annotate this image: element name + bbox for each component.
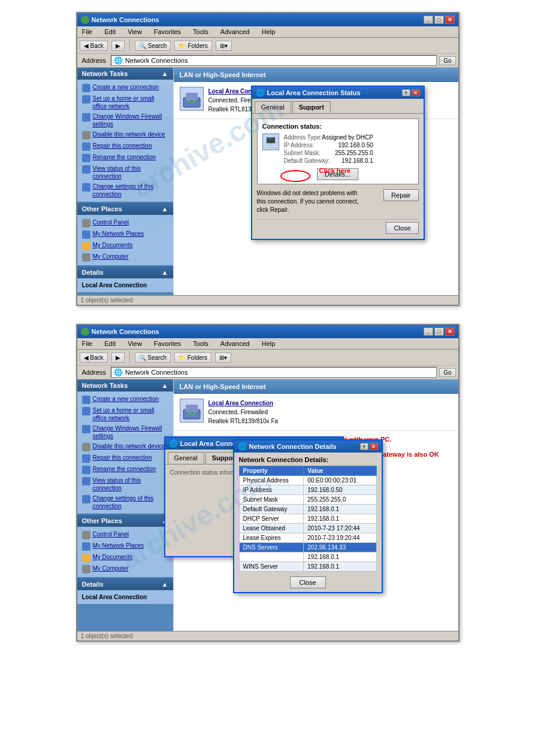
sidebar-link-my-documents-2[interactable]: My Documents (77, 552, 173, 563)
network-tasks-header: Network Tasks ▲ (77, 68, 173, 80)
menu-file[interactable]: File (80, 28, 95, 36)
sidebar-link-rename[interactable]: Rename the connection (77, 152, 173, 163)
collapse-icon-4[interactable]: ▲ (162, 382, 168, 389)
menu-view-2[interactable]: View (125, 339, 144, 348)
menu-favorites[interactable]: Favorites (152, 28, 183, 36)
repair-button[interactable]: Repair (383, 189, 418, 201)
menu-advanced-2[interactable]: Advanced (218, 339, 252, 348)
table-row[interactable]: WINS Server 192.168.0.1 (239, 562, 376, 572)
sidebar-2: Network Tasks ▲ Create a new connection … (77, 379, 173, 631)
table-row[interactable]: Physical Address 00:E0:00:00:23:01 (239, 476, 376, 485)
sidebar-link-control-panel[interactable]: Control Panel (77, 217, 173, 229)
menu-tools-2[interactable]: Tools (191, 339, 211, 348)
dialog-titlebar-1: 🌐 Local Area Connection Status ? ✕ (252, 87, 424, 99)
table-row[interactable]: Lease Expires 2010-7-23 19:20:44 (239, 533, 376, 543)
dialog-help-button[interactable]: ? (402, 89, 410, 96)
table-row[interactable]: Default Gateway 192.168.0.1 (239, 505, 376, 514)
network-item-2[interactable]: Local Area Connection Connected, Firewal… (174, 394, 458, 431)
sidebar-link-rename-2[interactable]: Rename the connection (77, 464, 173, 475)
network-name-2[interactable]: Local Area Connection (208, 399, 279, 408)
sidebar-link-disable[interactable]: Disable this network device (77, 129, 173, 141)
rename-icon-2 (82, 466, 90, 474)
view-button[interactable]: ⊞▾ (216, 41, 232, 51)
sidebar-link-setup-2[interactable]: Set up a home or small office network (77, 405, 173, 423)
folders-button[interactable]: 📁 Folders (174, 41, 211, 51)
menu-favorites-2[interactable]: Favorites (152, 339, 183, 348)
go-button[interactable]: Go (439, 56, 455, 65)
sidebar-link-repair[interactable]: Repair this connection (77, 141, 173, 152)
close-details-button[interactable]: Close (290, 576, 326, 588)
sidebar-link-my-computer-2[interactable]: My Computer (77, 563, 173, 575)
search-button-2[interactable]: 🔍 Search (135, 353, 171, 363)
statusbar-text-1: 1 object(s) selected (81, 297, 133, 303)
folders-button-2[interactable]: 📁 Folders (174, 353, 211, 363)
sidebar-link-my-documents[interactable]: My Documents (77, 240, 173, 251)
details-section-2: Details ▲ Local Area Connection (77, 578, 173, 604)
sidebar-link-setup[interactable]: Set up a home or small office network (77, 93, 173, 111)
minimize-button[interactable]: _ (424, 16, 433, 24)
go-button-2[interactable]: Go (439, 368, 455, 377)
forward-button-2[interactable]: ▶ (111, 353, 125, 363)
view-button-2[interactable]: ⊞▾ (215, 353, 231, 363)
close-button[interactable]: ✕ (445, 16, 455, 24)
val-dns2: 192.168.0.1 (304, 552, 376, 562)
close-button-1[interactable]: Close (386, 222, 418, 234)
tab-support-1[interactable]: Support (292, 101, 331, 113)
statusbar-2: 1 object(s) selected (77, 631, 458, 640)
close-button-2[interactable]: ✕ (445, 327, 455, 336)
collapse-icon-6[interactable]: ▲ (162, 581, 168, 588)
sidebar-link-repair-2[interactable]: Repair this connection (77, 453, 173, 464)
svg-rect-3 (193, 100, 195, 102)
details-close-button[interactable]: ✕ (370, 443, 378, 450)
tab-general-1[interactable]: General (255, 101, 291, 113)
menu-edit[interactable]: Edit (102, 28, 118, 36)
sidebar-link-firewall-2[interactable]: Change Windows Firewall settings (77, 423, 173, 441)
sidebar-link-change-settings[interactable]: Change settings of this connection (77, 181, 173, 199)
menu-view[interactable]: View (125, 28, 144, 36)
table-row[interactable]: DHCP Server 192.168.0.1 (239, 514, 376, 524)
sidebar-link-view-status-2[interactable]: View status of this connection (77, 475, 173, 493)
details-help-button[interactable]: ? (360, 443, 368, 450)
sidebar-link-my-computer[interactable]: My Computer (77, 251, 173, 263)
search-button[interactable]: 🔍 Search (135, 41, 171, 51)
sidebar-link-create-2[interactable]: Create a new connection (77, 394, 173, 405)
sidebar-link-create[interactable]: Create a new connection (77, 82, 173, 93)
menu-advanced[interactable]: Advanced (218, 28, 252, 36)
table-row-selected[interactable]: DNS Servers 202.96.134.33 (239, 543, 376, 552)
forward-button[interactable]: ▶ (111, 41, 125, 51)
sidebar-link-my-network[interactable]: My Network Places (77, 229, 173, 240)
table-row[interactable]: IP Address 192.168.0.50 (239, 485, 376, 495)
menu-help[interactable]: Help (259, 28, 278, 36)
sidebar-link-my-network-2[interactable]: My Network Places (77, 541, 173, 552)
sidebar-link-change-settings-2[interactable]: Change settings of this connection (77, 493, 173, 511)
network-adapter-icon-2 (180, 399, 204, 423)
maximize-button[interactable]: □ (434, 16, 444, 24)
tab-general-2[interactable]: General (168, 452, 204, 464)
sidebar-link-disable-2[interactable]: Disable this network device (77, 441, 173, 453)
collapse-icon[interactable]: ▲ (162, 70, 168, 77)
menu-edit-2[interactable]: Edit (102, 339, 118, 348)
back-button[interactable]: ◀ Back (80, 41, 108, 51)
back-button-2[interactable]: ◀ Back (80, 353, 108, 363)
menu-file-2[interactable]: File (80, 339, 95, 348)
menu-help-2[interactable]: Help (259, 339, 278, 348)
mc-icon-2 (82, 565, 90, 573)
maximize-button-2[interactable]: □ (434, 327, 444, 336)
titlebar-left: Network Connections (81, 16, 159, 24)
address-icon: 🌐 (114, 56, 123, 65)
sidebar-link-control-panel-2[interactable]: Control Panel (77, 529, 173, 541)
dialog-close-button-1[interactable]: ✕ (412, 89, 420, 96)
minimize-button-2[interactable]: _ (424, 327, 433, 336)
menu-tools[interactable]: Tools (191, 28, 211, 36)
table-row[interactable]: 192.168.0.1 (239, 552, 376, 562)
sidebar-link-firewall[interactable]: Change Windows Firewall settings (77, 111, 173, 129)
table-row[interactable]: Lease Obtained 2010-7-23 17:20:44 (239, 524, 376, 533)
md-icon-2 (82, 554, 90, 562)
collapse-icon-3[interactable]: ▲ (162, 269, 168, 276)
table-row[interactable]: Subnet Mask 255.255.255.0 (239, 495, 376, 505)
collapse-icon-2[interactable]: ▲ (162, 205, 168, 212)
create-icon-2 (82, 396, 90, 404)
address-field[interactable]: 🌐 Network Connections (111, 55, 437, 66)
sidebar-link-view-status[interactable]: View status of this connection (77, 163, 173, 181)
address-field-2[interactable]: 🌐 Network Connections (111, 367, 437, 378)
